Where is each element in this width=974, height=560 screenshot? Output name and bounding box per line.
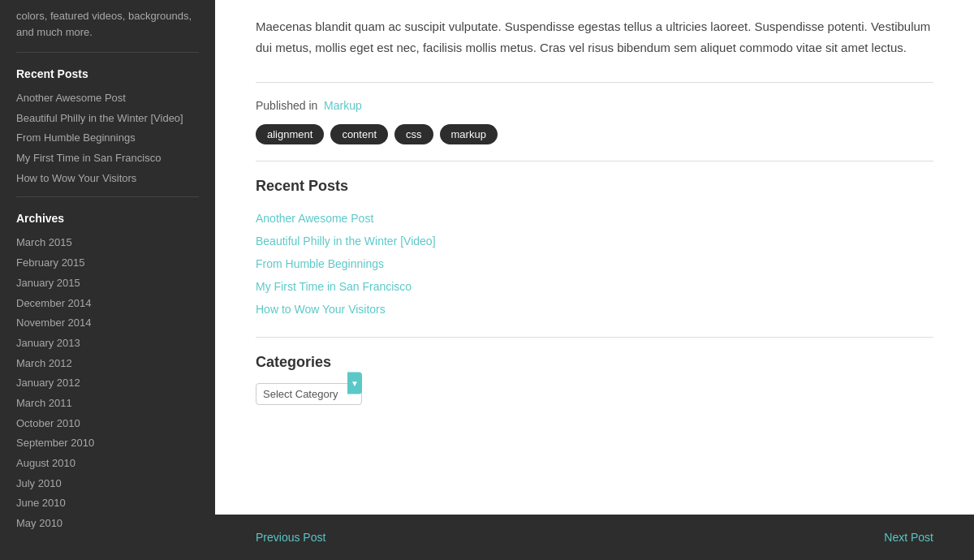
- categories-select-container: Select Category ▼: [256, 383, 362, 405]
- sidebar-archive-link[interactable]: March 2012: [16, 354, 199, 374]
- sidebar-post-link[interactable]: My First Time in San Francisco: [16, 149, 199, 169]
- sidebar-recent-posts-title: Recent Posts: [16, 67, 199, 80]
- content-area: Maecenas blandit quam ac suscipit vulput…: [215, 0, 974, 515]
- sidebar-archive-link[interactable]: May 2010: [16, 514, 199, 534]
- sidebar-archive-link[interactable]: January 2013: [16, 334, 199, 354]
- sidebar-archive-link[interactable]: March 2011: [16, 394, 199, 414]
- tag-item[interactable]: markup: [440, 124, 498, 144]
- divider: [256, 337, 933, 338]
- published-in: Published in Markup: [256, 99, 933, 112]
- main-post-link[interactable]: How to Wow Your Visitors: [256, 298, 933, 321]
- sidebar-archives-title: Archives: [16, 212, 199, 225]
- sidebar-archive-link[interactable]: September 2010: [16, 433, 199, 454]
- tag-item[interactable]: alignment: [256, 124, 324, 144]
- sidebar-archive-link[interactable]: October 2010: [16, 414, 199, 434]
- sidebar-archive-link[interactable]: November 2014: [16, 313, 199, 334]
- main-post-link[interactable]: My First Time in San Francisco: [256, 275, 933, 298]
- sidebar-intro: colors, featured videos, backgrounds, an…: [16, 0, 199, 53]
- sidebar-archive-link[interactable]: August 2010: [16, 454, 199, 474]
- main-post-link[interactable]: From Humble Beginnings: [256, 252, 933, 275]
- sidebar-archive-link[interactable]: July 2010: [16, 474, 199, 494]
- categories-select-wrapper: Select Category ▼: [256, 383, 933, 405]
- tag-item[interactable]: css: [394, 124, 433, 144]
- next-post-link[interactable]: Next Post: [884, 531, 933, 544]
- main-post-link[interactable]: Another Awesome Post: [256, 207, 933, 230]
- sidebar-archives-list: March 2015 February 2015 January 2015 De…: [16, 233, 199, 533]
- sidebar-archive-link[interactable]: February 2015: [16, 253, 199, 274]
- sidebar-recent-posts-list: Another Awesome Post Beautiful Philly in…: [16, 88, 199, 188]
- divider: [256, 82, 933, 83]
- recent-posts-section-title: Recent Posts: [256, 178, 933, 195]
- previous-post-link[interactable]: Previous Post: [256, 531, 325, 544]
- sidebar-post-link[interactable]: Beautiful Philly in the Winter [Video]: [16, 109, 199, 129]
- sidebar-archive-link[interactable]: December 2014: [16, 294, 199, 314]
- categories-section-title: Categories: [256, 354, 933, 371]
- sidebar: colors, featured videos, backgrounds, an…: [0, 0, 215, 560]
- sidebar-post-link[interactable]: From Humble Beginnings: [16, 128, 199, 149]
- main-wrapper: Maecenas blandit quam ac suscipit vulput…: [215, 0, 974, 560]
- sidebar-post-link[interactable]: Another Awesome Post: [16, 88, 199, 109]
- sidebar-archive-link[interactable]: January 2012: [16, 373, 199, 394]
- tags-list: alignment content css markup: [256, 124, 933, 144]
- published-in-link[interactable]: Markup: [324, 99, 362, 112]
- sidebar-divider: [16, 196, 199, 197]
- categories-select[interactable]: Select Category: [256, 383, 362, 405]
- divider: [256, 161, 933, 162]
- sidebar-post-link[interactable]: How to Wow Your Visitors: [16, 169, 199, 189]
- main-post-link[interactable]: Beautiful Philly in the Winter [Video]: [256, 230, 933, 252]
- sidebar-archive-link[interactable]: June 2010: [16, 493, 199, 514]
- sidebar-archive-link[interactable]: January 2015: [16, 274, 199, 294]
- footer-nav: Previous Post Next Post: [215, 515, 974, 560]
- sidebar-archive-link[interactable]: March 2015: [16, 233, 199, 253]
- tag-item[interactable]: content: [330, 124, 388, 144]
- main-recent-posts-list: Another Awesome Post Beautiful Philly in…: [256, 207, 933, 321]
- published-in-label: Published in: [256, 99, 317, 112]
- body-text: Maecenas blandit quam ac suscipit vulput…: [256, 16, 933, 58]
